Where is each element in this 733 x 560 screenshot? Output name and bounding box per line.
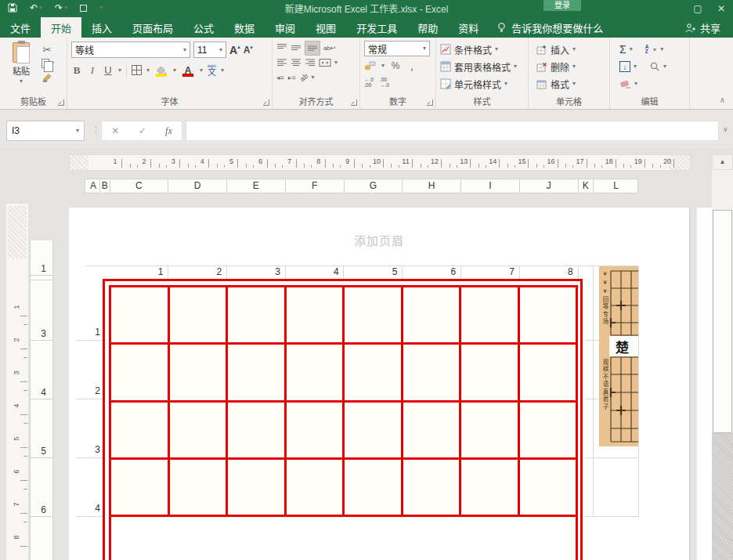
grid-cell[interactable]	[228, 403, 284, 457]
grid-cell[interactable]	[111, 460, 168, 515]
grid-cell[interactable]	[461, 403, 518, 457]
font-size-combo[interactable]: 11▾	[193, 42, 226, 58]
format-painter-icon[interactable]	[42, 71, 52, 84]
font-dialog-launcher[interactable]	[263, 99, 269, 106]
phonetic-guide-button[interactable]: wén文	[208, 63, 216, 77]
grid-cell[interactable]	[345, 460, 401, 515]
grid-cell[interactable]	[461, 460, 518, 515]
cancel-button[interactable]: ✕	[111, 125, 119, 136]
column-header[interactable]: D	[168, 179, 227, 193]
clear-eraser-icon[interactable]	[619, 79, 631, 89]
font-name-combo[interactable]: 等线▾	[71, 42, 190, 58]
header-placeholder[interactable]: 添加页眉	[301, 232, 457, 248]
decrease-font-size-button[interactable]: A▾	[244, 45, 253, 56]
insert-cells-button[interactable]: 插入▾	[536, 41, 605, 58]
grid-cell[interactable]	[287, 287, 343, 342]
grid-cell[interactable]	[345, 287, 401, 342]
xiangqi-picture[interactable]: ¥¥¥回等专场 观棋不语真君子 楚	[599, 266, 638, 446]
find-select-icon[interactable]	[649, 61, 660, 72]
grid-cell[interactable]	[111, 287, 168, 342]
formula-input[interactable]	[186, 121, 719, 141]
column-header[interactable]: H	[403, 179, 461, 193]
row-header[interactable]: 1	[31, 240, 52, 276]
grid-cell[interactable]	[170, 460, 226, 515]
wrap-text-button[interactable]: ab↩	[323, 45, 336, 52]
column-header[interactable]: C	[110, 179, 169, 193]
grid-cell[interactable]	[461, 345, 518, 399]
borders-button[interactable]	[132, 65, 142, 75]
tab-developer[interactable]: 开发工具	[346, 17, 407, 38]
number-format-combo[interactable]: 常规▾	[364, 41, 430, 56]
grid-cell[interactable]	[170, 345, 226, 399]
column-header[interactable]: J	[520, 179, 579, 193]
tab-page-layout[interactable]: 页面布局	[122, 17, 183, 38]
row-header[interactable]: 4	[31, 341, 52, 399]
column-header[interactable]: B	[100, 179, 110, 193]
bold-button[interactable]: B	[71, 64, 82, 77]
grid-cell[interactable]	[403, 460, 460, 515]
insert-function-button[interactable]: fx	[165, 125, 172, 137]
grid-cell[interactable]	[111, 345, 168, 399]
accounting-format-icon[interactable]	[364, 61, 376, 70]
grid-cell[interactable]	[520, 345, 576, 399]
share-button[interactable]: 共享	[672, 17, 733, 38]
alignment-dialog-launcher[interactable]	[351, 99, 357, 106]
align-right-icon[interactable]	[305, 58, 316, 67]
tab-insert[interactable]: 插入	[81, 17, 122, 38]
sign-in-button[interactable]: 登录	[543, 0, 581, 11]
grid-cell[interactable]	[111, 403, 168, 457]
align-middle-icon[interactable]	[291, 43, 302, 52]
column-header[interactable]: A	[87, 179, 100, 193]
scroll-up-button[interactable]: ▲	[712, 154, 733, 170]
row-header[interactable]: 5	[31, 399, 52, 458]
orientation-button[interactable]: ab	[298, 72, 309, 83]
delete-cells-button[interactable]: 删除▾	[536, 58, 605, 75]
format-cells-button[interactable]: 格式▾	[536, 75, 605, 92]
decrease-decimal-button[interactable]: .00→.0	[380, 77, 389, 88]
formula-bar-expand-icon[interactable]: ∨	[723, 125, 728, 133]
grid-cell[interactable]	[520, 403, 576, 457]
collapse-ribbon-button[interactable]: ∧	[720, 96, 725, 104]
fill-button[interactable]: ↓	[619, 61, 630, 72]
name-box[interactable]: I3 ▾	[6, 121, 85, 141]
merge-center-icon[interactable]	[319, 58, 331, 67]
align-top-icon[interactable]	[276, 43, 287, 52]
fill-color-button[interactable]	[154, 63, 168, 78]
grid-cell[interactable]	[345, 403, 401, 457]
grid-cell[interactable]	[287, 460, 343, 515]
paste-button[interactable]: 粘贴 ▾	[4, 41, 38, 96]
grid-cell[interactable]	[403, 403, 460, 457]
grid-cell[interactable]	[520, 460, 576, 515]
percent-style-button[interactable]: %	[390, 60, 401, 72]
sort-filter-button[interactable]: AZ	[645, 45, 649, 55]
close-button[interactable]: ✕	[710, 0, 733, 17]
v-scrollbar-lower-track[interactable]	[712, 433, 733, 560]
autosum-button[interactable]: Σ	[619, 43, 626, 56]
grid-cell[interactable]	[287, 403, 343, 457]
tab-formulas[interactable]: 公式	[183, 17, 224, 38]
grid-cell[interactable]	[345, 345, 401, 399]
tab-home[interactable]: 开始	[41, 17, 81, 38]
grid-cell[interactable]	[287, 345, 343, 399]
align-left-icon[interactable]	[276, 58, 287, 67]
column-header[interactable]: L	[594, 179, 638, 193]
tab-addin[interactable]: 资料	[448, 17, 489, 38]
cut-icon[interactable]: ✂	[42, 43, 52, 56]
align-bottom-button[interactable]	[305, 41, 320, 56]
comma-style-button[interactable]: ,	[406, 60, 417, 72]
copy-icon[interactable]	[42, 59, 49, 68]
decrease-indent-button[interactable]: ◂≡	[276, 74, 284, 81]
grid-cell[interactable]	[520, 287, 576, 342]
increase-decimal-button[interactable]: ←.0.00	[364, 77, 374, 88]
column-header[interactable]: F	[286, 179, 345, 193]
underline-button[interactable]: U	[103, 64, 114, 77]
row-header[interactable]: 6	[31, 458, 52, 517]
tab-help[interactable]: 帮助	[407, 17, 448, 38]
tab-review[interactable]: 审阅	[265, 17, 305, 38]
font-color-button[interactable]: A	[181, 63, 195, 78]
grid-cell[interactable]	[228, 287, 284, 342]
row-header[interactable]: 3	[31, 280, 52, 341]
v-scrollbar-thumb[interactable]	[713, 210, 732, 433]
grid-cell[interactable]	[228, 345, 284, 399]
column-header[interactable]: G	[345, 179, 403, 193]
